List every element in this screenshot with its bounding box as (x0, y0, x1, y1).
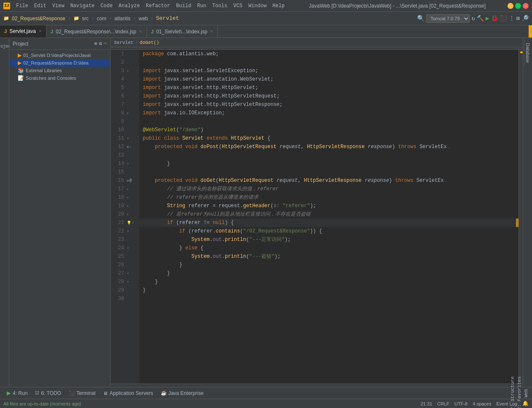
impl-icon-16[interactable]: ⊙ (127, 178, 129, 183)
status-message: All files are up-to-date (moments ago) (3, 401, 81, 406)
gutter-11: 11 ▾ (111, 134, 139, 143)
tree-item-external-libs[interactable]: 📚 External Libraries (9, 67, 110, 74)
status-line-ending[interactable]: CRLF (437, 401, 450, 406)
menu-run[interactable]: Run (195, 2, 209, 10)
maximize-button[interactable]: □ (515, 3, 521, 9)
database-tab[interactable]: Database (524, 40, 531, 66)
tab-servlet-java[interactable]: J Servlet.java ✕ (0, 25, 46, 38)
warn-icon-21[interactable]: 💡 (127, 221, 131, 225)
code-line-25: System.out.println("---盗链"); (139, 252, 518, 261)
favorites-tab[interactable]: 2: Favorites (517, 376, 522, 408)
folder-icon-02: ▶ (18, 60, 22, 66)
code-line-14: } (139, 159, 518, 168)
gutter-9: 9 (111, 117, 139, 126)
tree-label-libs: External Libraries (26, 68, 62, 73)
menu-edit[interactable]: Edit (32, 2, 49, 10)
minimize-button[interactable]: ─ (508, 3, 513, 9)
menu-build[interactable]: Build (174, 2, 194, 10)
gutter-10: 10 (111, 126, 139, 134)
tab-index-jsp-01[interactable]: J 01_Servlet\...\index.jsp ✕ (147, 25, 218, 38)
window-controls: ─ □ ✕ (508, 3, 529, 9)
gutter-2: 2 (111, 58, 139, 67)
search2-icon[interactable]: 🔎 (521, 15, 529, 22)
servlet-breadcrumb: Servlet (156, 15, 179, 22)
code-line-2 (139, 58, 518, 67)
search-icon[interactable]: 🔍 (417, 15, 424, 22)
scroll-marker-top (520, 51, 523, 53)
tomcat-selector[interactable]: Tomcat 7.0.79 (426, 14, 470, 23)
stop-icon[interactable]: ⬛ (500, 15, 507, 22)
breadcrumb-servlet: Servlet (114, 40, 133, 45)
impl-icon-12[interactable]: ⊙ (127, 145, 129, 149)
tab-close-servlet[interactable]: ✕ (38, 29, 42, 33)
sidebar-settings-icon[interactable]: ⚙ (99, 41, 102, 47)
code-line-1: package com.atlantis.web; (139, 50, 518, 58)
code-line-28: } (139, 278, 518, 286)
atlantis-breadcrumb: atlantis (114, 16, 130, 22)
menu-code[interactable]: Code (98, 2, 115, 10)
menu-navigate[interactable]: Navigate (68, 2, 97, 10)
tree-item-01-servlet[interactable]: ▶ 01_Servlet D:\IdeaProjects\Java\ (9, 51, 110, 59)
sidebar-collapse-icon[interactable]: − (104, 41, 107, 47)
menu-vcs[interactable]: VCS (231, 2, 245, 10)
debug-icon[interactable]: 🐞 (491, 15, 498, 22)
more-icon[interactable]: ⋮ (509, 15, 515, 22)
web-tab[interactable]: Web (524, 389, 529, 397)
gutter-25: 25 (111, 252, 139, 261)
bottom-bar: ▶ 4: Run ☑ 6: TODO ⬛ Terminal 🖥 Applicat… (0, 387, 532, 399)
status-time: 21:31 (421, 401, 432, 406)
code-editor[interactable]: Servlet › doGet() 1 2 3 ▸ (111, 38, 523, 387)
appservers-tab-icon: 🖥 (103, 391, 108, 396)
menu-tools[interactable]: Tools (210, 2, 230, 10)
close-button[interactable]: ✕ (523, 3, 529, 9)
code-line-13 (139, 151, 518, 159)
bottom-tab-terminal[interactable]: ⬛ Terminal (65, 389, 99, 397)
status-charset[interactable]: UTF-8 (454, 401, 467, 406)
menu-refactor[interactable]: Refactor (143, 2, 173, 10)
menu-analyze[interactable]: Analyze (116, 2, 142, 10)
code-line-17: // 通过请求头的名称获取请求头的值，referer (139, 185, 518, 193)
code-content[interactable]: package com.atlantis.web; import javax.s… (139, 50, 518, 384)
fold-icon-12[interactable]: ▸ (129, 145, 131, 149)
title-bar: IJ File Edit View Navigate Code Analyze … (0, 0, 532, 12)
status-indent[interactable]: 4 spaces (472, 401, 491, 406)
run-icon[interactable]: ▶ (486, 15, 489, 22)
gutter-12: 12 ⊙ ▸ (111, 143, 139, 151)
bottom-tab-java-enterprise[interactable]: ☕ Java Enterprise (157, 389, 207, 397)
bottom-tab-app-servers[interactable]: 🖥 Application Servers (100, 389, 156, 397)
editor-scroll-area[interactable]: 1 2 3 ▸ 4 5 (111, 50, 523, 384)
menu-view[interactable]: View (50, 2, 67, 10)
horizontal-scrollbar[interactable] (111, 384, 523, 387)
menu-window[interactable]: Window (246, 2, 269, 10)
reload-icon[interactable]: ↻ (472, 15, 475, 22)
code-line-20: // 若referer为null则是从地址栏直接访问，不存在是否盗链 (139, 210, 518, 219)
tab-close-index-02[interactable]: ✕ (139, 29, 142, 34)
bottom-tab-todo[interactable]: ☑ 6: TODO (32, 389, 65, 397)
bottom-tab-run[interactable]: ▶ 4: Run (3, 389, 31, 397)
tab-index-jsp-02[interactable]: J 02_Request&Response\...\index.jsp ✕ (46, 25, 147, 38)
notifications-icon[interactable]: 🔔 (522, 400, 529, 407)
build-icon[interactable]: 🔨 (477, 15, 484, 22)
menu-file[interactable]: File (14, 2, 31, 10)
at-icon-16: @ (129, 178, 131, 183)
menu-help[interactable]: Help (270, 2, 287, 10)
sidebar-locate-icon[interactable]: ⊕ (94, 41, 97, 47)
code-line-12: protected void doPost(HttpServletRequest… (139, 143, 518, 151)
sidebar-tree: ▶ 01_Servlet D:\IdeaProjects\Java\ ▶ 02_… (9, 50, 110, 387)
tree-item-scratches[interactable]: 📝 Scratches and Consoles (9, 74, 110, 82)
gutter-5: 5 (111, 84, 139, 92)
gutter-20: 20 ▸ (111, 210, 139, 219)
code-line-4: import javax.servlet.annotation.WebServl… (139, 75, 518, 84)
gutter-3: 3 ▸ (111, 67, 139, 75)
fold-icon-21[interactable]: ▾ (132, 220, 134, 225)
window-title: JavaWeb [D:\IdeaProjects\JavaWeb] - ...\… (290, 3, 504, 9)
main-toolbar: 📁 02_Request&Response › 📁 src › com › at… (0, 12, 532, 25)
structure-tab[interactable]: 7: Structure (510, 376, 515, 408)
code-line-29: } (139, 286, 518, 295)
tab-close-index-01[interactable]: ✕ (210, 29, 213, 34)
gutter-13: 13 (111, 151, 139, 159)
gutter-19: 19 ▸ (111, 202, 139, 210)
tree-item-02-request[interactable]: ▶ 02_Request&Response D:\Idea (9, 59, 110, 67)
gutter-4: 4 (111, 75, 139, 84)
layout-icon[interactable]: ⊞ (516, 15, 520, 22)
